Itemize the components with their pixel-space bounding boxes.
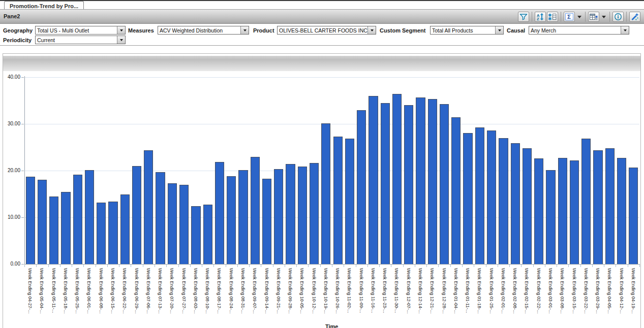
x-axis-label: Week Ending 12-21-... [430,268,435,313]
periodicity-select[interactable]: Current [35,36,126,44]
bar[interactable] [546,170,555,264]
bar[interactable] [451,117,461,264]
tab-promotion-trend[interactable]: Promotion-Trend by Pro... [4,1,84,10]
bar[interactable] [262,179,271,264]
bar[interactable] [321,123,330,264]
attributes-button[interactable]: ✱ ✱ [547,12,558,22]
x-axis-label: Week Ending 07-13-... [158,268,163,313]
bar[interactable] [581,139,591,264]
bar[interactable] [215,162,224,264]
bar[interactable] [132,166,141,264]
table-layout-button[interactable] [588,12,599,22]
bar[interactable] [357,110,366,264]
bar[interactable] [404,105,413,264]
bar[interactable] [227,176,236,264]
bar[interactable] [428,99,437,264]
filter-button[interactable] [518,12,529,22]
x-axis-label: Week Ending 04-19-... [631,268,636,313]
bar[interactable] [120,194,130,264]
dropdown-arrow-icon[interactable] [240,26,249,34]
bar[interactable] [475,127,484,264]
wizard-button[interactable] [629,12,640,22]
x-axis-label: Week Ending 05-04-... [39,268,44,313]
bar[interactable] [381,103,390,264]
bar[interactable] [298,167,307,264]
bar[interactable] [593,150,602,264]
info-icon [614,13,622,21]
bar[interactable] [38,180,47,264]
x-axis-tick [344,265,344,267]
bar[interactable] [179,185,189,264]
bar[interactable] [97,203,106,264]
bar[interactable] [499,138,508,264]
x-axis-label: Week Ending 01-11-... [465,268,470,313]
bar[interactable] [85,170,94,264]
bar[interactable] [26,177,35,264]
bar[interactable] [168,183,177,264]
table-layout-dropdown-caret[interactable] [600,12,607,22]
measures-value: ACV Weighted Distribution [158,27,240,34]
sigma-dropdown-caret[interactable] [576,12,582,22]
x-axis-label: Week Ending 06-15-... [110,268,115,313]
bar[interactable] [73,175,82,264]
bar[interactable] [203,205,212,264]
measures-select[interactable]: ACV Weighted Distribution [158,26,249,35]
custom-segment-value: Total All Products [431,27,495,34]
toolbar-separator [609,12,610,22]
bar[interactable] [310,163,319,264]
x-axis-label: Week Ending 11-30-... [394,268,399,313]
dropdown-arrow-icon[interactable] [495,26,503,34]
x-axis-label: Week Ending 05-18-... [63,268,68,313]
bar[interactable] [440,104,449,264]
bar[interactable] [108,202,117,264]
custom-segment-select[interactable]: Total All Products [430,26,504,35]
bar[interactable] [487,130,496,264]
causal-select[interactable]: Any Merch [529,26,629,35]
sigma-button[interactable]: Σ [564,12,575,22]
causal-label: Causal [507,27,525,34]
x-axis-label: Week Ending 12-07-... [406,268,411,313]
bar[interactable] [49,196,58,264]
bar[interactable] [156,172,165,264]
bar[interactable] [617,158,626,264]
bar[interactable] [61,192,70,264]
bar[interactable] [416,97,425,264]
bar[interactable] [392,94,402,264]
bar[interactable] [238,170,248,264]
bar[interactable] [605,148,615,264]
bar[interactable] [534,158,543,264]
bar[interactable] [333,137,343,264]
bar[interactable] [251,157,260,264]
bar[interactable] [191,206,200,264]
sort-button[interactable]: A Z [535,12,546,22]
x-axis-tick [107,265,108,267]
bar[interactable] [629,168,638,264]
bar[interactable] [523,148,532,264]
dropdown-arrow-icon[interactable] [117,36,125,44]
svg-text:✱: ✱ [548,16,552,21]
svg-text:Σ: Σ [567,14,571,20]
info-button[interactable] [612,12,624,22]
bar[interactable] [463,133,472,264]
dropdown-arrow-icon[interactable] [367,26,376,34]
bar[interactable] [286,164,295,264]
x-axis-label: Week Ending 10-12-... [312,268,317,313]
bar[interactable] [369,96,378,264]
bar[interactable] [511,143,520,264]
table-layout-icon [590,13,598,21]
x-axis-label: Week Ending 11-23-... [382,268,387,313]
bar[interactable] [558,158,567,264]
dropdown-arrow-icon[interactable] [117,26,125,34]
measures-label: Measures [128,27,154,34]
bar[interactable] [144,150,153,264]
geography-select[interactable]: Total US - Multi Outlet [35,26,126,35]
x-axis-tick [415,265,415,267]
x-axis-label: Week Ending 05-25-... [75,268,80,313]
x-axis-label: Week Ending 08-10-... [205,268,210,313]
dropdown-arrow-icon[interactable] [621,26,629,34]
bar[interactable] [570,160,579,264]
x-axis-tick [213,265,214,267]
product-select[interactable]: OLIVES-BELL CARTER FOODS INC [277,26,376,35]
bar[interactable] [274,169,283,264]
bar[interactable] [345,139,354,264]
